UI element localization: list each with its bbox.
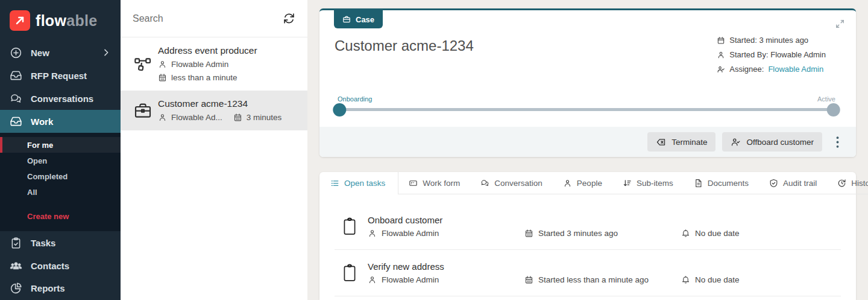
person-check-icon xyxy=(731,137,741,147)
history-clock-icon xyxy=(837,179,846,188)
refresh-button[interactable] xyxy=(281,11,297,26)
case-started-by: Started By: Flowable Admin xyxy=(717,49,826,60)
stage-end-label: Active xyxy=(817,95,835,103)
sidebar-item-rfp-request[interactable]: RFP Request xyxy=(0,64,121,87)
person-icon xyxy=(158,60,167,69)
refresh-icon xyxy=(283,12,295,25)
sidebar-item-label: New xyxy=(31,48,49,58)
assignee-link[interactable]: Flowable Admin xyxy=(768,64,823,75)
sidebar-item-label: Contacts xyxy=(31,261,69,271)
stage-labels: Onboarding Active xyxy=(338,95,835,103)
inbox-icon xyxy=(10,69,22,82)
search-bar xyxy=(121,0,307,37)
task-row[interactable]: Verify new address Flowable Admin Starte… xyxy=(335,250,841,296)
case-badge-label: Case xyxy=(356,15,374,24)
more-actions-button[interactable] xyxy=(832,134,843,150)
work-list-item[interactable]: Address event producer Flowable Admin le… xyxy=(121,37,307,91)
pie-chart-icon xyxy=(10,282,22,295)
case-detail-card: Open tasks Work form Conversation People… xyxy=(319,172,856,300)
task-title: Onboard customer xyxy=(368,215,841,225)
plus-circle-icon xyxy=(10,46,22,59)
case-stage-slider: Onboarding Active xyxy=(338,95,835,111)
work-list-item-selected[interactable]: Customer acme-1234 Flowable Ad... 3 minu… xyxy=(121,91,307,130)
sidebar-item-label: Reports xyxy=(31,283,65,293)
task-started: Started 3 minutes ago xyxy=(524,229,681,238)
process-diagram-icon xyxy=(128,45,158,83)
tab-history[interactable]: History xyxy=(827,172,868,194)
offboard-customer-button[interactable]: Offboard customer xyxy=(722,132,822,152)
case-type-badge: Case xyxy=(334,10,383,28)
sidebar-item-label: Work xyxy=(31,116,53,127)
document-icon xyxy=(694,179,703,188)
tab-sub-items[interactable]: Sub-items xyxy=(612,172,684,194)
tab-audit-trail[interactable]: Audit trail xyxy=(759,172,827,194)
case-title: Customer acme-1234 xyxy=(335,37,474,54)
flowable-logo[interactable]: flowable xyxy=(0,0,121,41)
tab-work-form[interactable]: Work form xyxy=(398,172,470,194)
sidebar-subitem-all[interactable]: All xyxy=(0,184,121,200)
case-started: Started: 3 minutes ago xyxy=(717,35,826,46)
bell-icon xyxy=(681,275,690,284)
work-item-title: Customer acme-1234 xyxy=(158,98,281,110)
case-metadata: Started: 3 minutes ago Started By: Flowa… xyxy=(717,35,826,75)
sidebar: flowable New RFP Request Conversations W… xyxy=(0,0,121,300)
terminate-button[interactable]: Terminate xyxy=(647,132,715,152)
tab-people[interactable]: People xyxy=(553,172,612,194)
sidebar-item-new[interactable]: New xyxy=(0,41,121,64)
sidebar-item-tasks[interactable]: Tasks xyxy=(0,231,121,254)
sidebar-subitem-completed[interactable]: Completed xyxy=(0,168,121,184)
clipboard-icon xyxy=(335,217,368,235)
sidebar-subitem-create-new[interactable]: Create new xyxy=(0,208,121,224)
terminate-backspace-icon xyxy=(656,137,666,147)
task-assignee: Flowable Admin xyxy=(368,275,524,284)
sidebar-item-reports[interactable]: Reports xyxy=(0,277,121,300)
inbox-icon xyxy=(10,115,22,128)
work-submenu: For me Open Completed All Create new xyxy=(0,133,121,231)
work-item-title: Address event producer xyxy=(158,45,257,57)
expand-button[interactable] xyxy=(834,18,846,30)
expand-icon xyxy=(835,19,845,29)
chevron-right-icon xyxy=(101,48,111,57)
work-item-age: 3 minutes xyxy=(247,112,282,123)
tab-conversation[interactable]: Conversation xyxy=(470,172,553,194)
task-started: Started less than a minute ago xyxy=(524,275,681,284)
tab-open-tasks[interactable]: Open tasks xyxy=(319,172,398,194)
work-item-age: less than a minute xyxy=(171,72,237,83)
case-header-card: Case Customer acme-1234 Started: 3 minut… xyxy=(319,8,856,157)
sidebar-subitem-open[interactable]: Open xyxy=(0,153,121,168)
stage-handle-end[interactable] xyxy=(827,103,840,116)
sort-sub-items-icon xyxy=(623,179,632,188)
sidebar-item-work[interactable]: Work xyxy=(0,110,121,133)
calendar-icon xyxy=(524,229,533,238)
search-input[interactable] xyxy=(131,13,281,25)
task-due-date: No due date xyxy=(681,229,740,238)
sidebar-subitem-for-me[interactable]: For me xyxy=(0,137,121,153)
chat-bubbles-icon xyxy=(10,92,22,105)
flowable-logo-text: flowable xyxy=(36,13,97,28)
tab-documents[interactable]: Documents xyxy=(684,172,759,194)
people-group-icon xyxy=(10,260,22,272)
main-area: Case Customer acme-1234 Started: 3 minut… xyxy=(307,0,868,300)
person-icon xyxy=(368,229,377,238)
sidebar-item-contacts[interactable]: Contacts xyxy=(0,254,121,277)
calendar-icon xyxy=(233,113,242,122)
calendar-icon xyxy=(717,36,725,45)
briefcase-icon xyxy=(342,15,351,24)
stage-handle-current[interactable] xyxy=(333,103,346,116)
stage-track xyxy=(338,108,835,111)
task-row[interactable]: Onboard customer Flowable Admin Started … xyxy=(335,203,841,250)
task-due-date: No due date xyxy=(681,275,740,284)
bell-icon xyxy=(681,229,690,238)
sidebar-item-label: Conversations xyxy=(31,94,93,104)
task-assignee: Flowable Admin xyxy=(368,229,524,238)
shield-check-icon xyxy=(769,179,778,188)
calendar-icon xyxy=(158,73,167,82)
sidebar-item-conversations[interactable]: Conversations xyxy=(0,87,121,110)
work-item-assignee: Flowable Ad... xyxy=(171,112,222,123)
sidebar-item-label: Tasks xyxy=(31,238,55,248)
stage-current-label: Onboarding xyxy=(338,95,373,103)
person-icon xyxy=(717,51,725,59)
person-icon xyxy=(158,113,167,122)
chat-bubbles-icon xyxy=(480,179,489,188)
sidebar-item-label: RFP Request xyxy=(31,71,87,81)
